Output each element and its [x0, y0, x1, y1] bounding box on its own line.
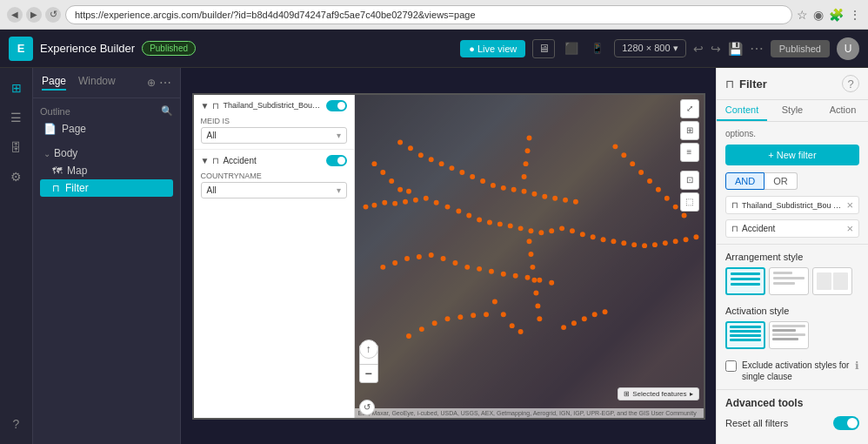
page-icon: 📄 — [43, 123, 57, 135]
phone-view-btn[interactable]: 📱 — [588, 39, 607, 58]
browser-star-icon[interactable]: ☆ — [797, 8, 808, 22]
svg-point-94 — [444, 316, 450, 321]
map-item[interactable]: 🗺 Map — [40, 162, 173, 179]
svg-point-30 — [672, 239, 678, 244]
browser-back-btn[interactable]: ◀ — [7, 7, 23, 23]
svg-point-25 — [621, 240, 626, 246]
svg-point-19 — [559, 225, 564, 231]
svg-point-42 — [438, 161, 444, 166]
page-item[interactable]: 📄 Page — [40, 120, 173, 138]
redo-btn[interactable]: ↪ — [711, 42, 721, 56]
svg-point-17 — [538, 230, 544, 235]
filter2-close-btn[interactable]: × — [846, 223, 853, 234]
new-filter-btn[interactable]: + New filter — [725, 145, 859, 165]
map-icon: 🗺 — [52, 165, 62, 176]
field2-select[interactable]: All ▾ — [201, 182, 347, 198]
undo-btn[interactable]: ↩ — [693, 42, 704, 56]
map-legend-btn[interactable]: ≡ — [680, 143, 699, 162]
activation-option-2[interactable] — [769, 321, 809, 349]
svg-point-54 — [563, 197, 568, 202]
field1-select[interactable]: All ▾ — [201, 127, 347, 144]
filter-icon-2: ⊓ — [212, 156, 219, 165]
layer2-name: Accident — [223, 156, 322, 165]
svg-point-71 — [612, 144, 618, 149]
svg-point-82 — [523, 161, 528, 166]
layer2-toggle[interactable] — [326, 155, 347, 166]
svg-point-23 — [600, 237, 605, 242]
reset-toggle[interactable] — [833, 416, 859, 430]
page-item-label: Page — [62, 123, 86, 135]
browser-forward-btn[interactable]: ▶ — [26, 7, 42, 23]
widget-preview: ▼ ⊓ Thailand_Subdistrict_Boundaries_2023… — [192, 93, 705, 420]
map-expand-btn[interactable]: ⤢ — [680, 99, 699, 118]
browser-profile-icon[interactable]: ◉ — [813, 8, 824, 22]
browser-ext-icon[interactable]: 🧩 — [829, 8, 844, 22]
more-options-btn[interactable]: ⋯ — [750, 40, 764, 57]
sidebar-icon-pages[interactable]: ⊞ — [3, 75, 30, 101]
browser-reload-btn[interactable]: ↺ — [45, 7, 61, 23]
svg-point-104 — [581, 316, 586, 321]
svg-point-31 — [683, 237, 688, 242]
layer1-toggle[interactable] — [326, 100, 347, 111]
arrangement-option-3[interactable] — [812, 267, 852, 295]
tab-window[interactable]: Window — [78, 75, 116, 91]
svg-point-11 — [477, 217, 482, 222]
resolution-selector[interactable]: 1280 × 800 ▾ — [614, 39, 685, 57]
outline-search-btn[interactable]: 🔍 — [161, 105, 173, 117]
app-header: E Experience Builder Published ● Live vi… — [0, 30, 868, 68]
tab-content[interactable]: Content — [717, 100, 767, 121]
arrangement-option-1[interactable] — [725, 267, 765, 295]
svg-point-79 — [681, 212, 686, 218]
sidebar-icon-layers[interactable]: ☰ — [3, 104, 30, 131]
svg-point-44 — [459, 170, 464, 175]
browser-menu-icon[interactable]: ⋮ — [849, 8, 861, 22]
tablet-view-btn[interactable]: ⬛ — [562, 39, 581, 58]
filter1-close-btn[interactable]: × — [846, 199, 853, 211]
svg-point-27 — [642, 243, 647, 248]
desktop-view-btn[interactable]: 🖥 — [532, 39, 555, 58]
arrangement-option-2[interactable] — [769, 267, 809, 295]
svg-point-3 — [392, 200, 397, 205]
sidebar-icon-help[interactable]: ? — [3, 411, 30, 437]
tab-page[interactable]: Page — [42, 75, 66, 91]
publish-btn[interactable]: Published — [771, 40, 830, 57]
svg-point-81 — [524, 148, 530, 153]
svg-point-1 — [371, 202, 377, 207]
sidebar-icon-settings[interactable]: ⚙ — [3, 164, 30, 190]
panel-expand-btn[interactable]: ⊕ — [147, 76, 156, 90]
filter-item[interactable]: ⊓ Filter — [40, 179, 173, 197]
browser-url-bar[interactable]: https://experience.arcgis.com/builder/?i… — [65, 5, 792, 24]
svg-point-72 — [621, 152, 626, 158]
tab-action[interactable]: Action — [818, 100, 868, 121]
svg-point-15 — [517, 225, 523, 231]
filter-panel-icon: ⊓ — [725, 77, 734, 91]
svg-point-33 — [371, 161, 377, 166]
panel-more-btn[interactable]: ⋯ — [159, 76, 171, 90]
panel-help-btn[interactable]: ? — [842, 75, 859, 92]
or-btn[interactable]: OR — [765, 172, 798, 190]
map-select-btn[interactable]: ⬚ — [680, 192, 699, 212]
save-btn[interactable]: 💾 — [728, 42, 743, 56]
exclude-info-icon[interactable]: ℹ — [855, 360, 859, 372]
tab-style[interactable]: Style — [767, 100, 818, 121]
map-extent-btn[interactable]: ⊡ — [680, 171, 699, 190]
sidebar-icon-data[interactable]: 🗄 — [3, 134, 30, 160]
map-compass-btn[interactable]: ↑ — [359, 340, 378, 359]
map-layers-btn[interactable]: ⊞ — [680, 121, 699, 140]
body-section-header[interactable]: ⌄ Body — [40, 145, 173, 162]
filter1-name: Thailand_Subdistrict_Bou ndaries_2023 — [742, 201, 843, 210]
svg-point-35 — [389, 178, 394, 183]
avatar[interactable]: U — [837, 37, 859, 60]
svg-point-92 — [418, 326, 424, 332]
activation-option-1[interactable] — [725, 321, 765, 349]
and-btn[interactable]: AND — [725, 172, 765, 190]
options-text: options. — [725, 129, 756, 138]
svg-point-58 — [404, 256, 410, 261]
svg-point-59 — [416, 254, 421, 259]
svg-point-96 — [471, 313, 476, 318]
refresh-btn[interactable]: ↺ — [359, 400, 375, 415]
map-zoom-out-btn[interactable]: − — [359, 364, 378, 383]
live-view-button[interactable]: ● Live view — [460, 40, 525, 57]
exclude-checkbox[interactable] — [725, 360, 737, 372]
svg-point-65 — [489, 268, 494, 273]
